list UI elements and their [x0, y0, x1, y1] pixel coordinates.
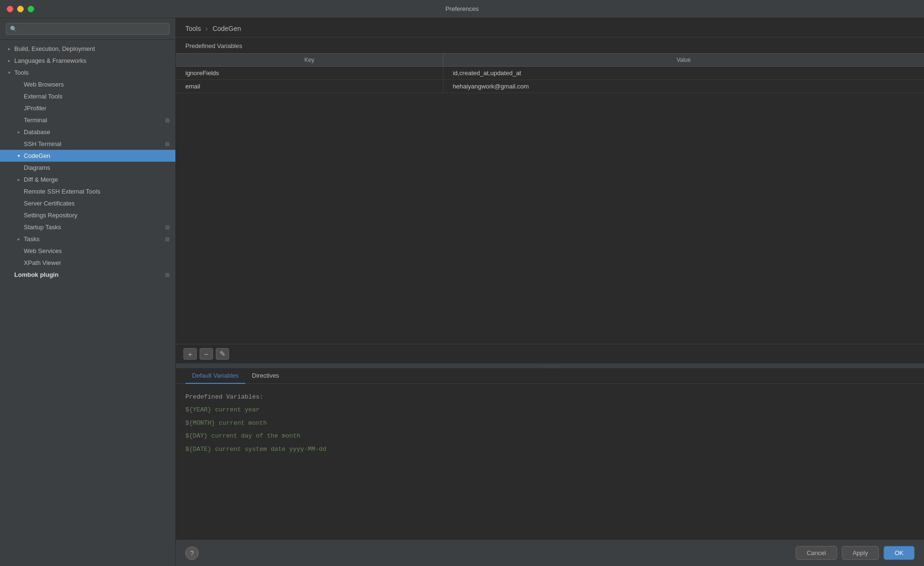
- search-wrap[interactable]: 🔍: [6, 23, 170, 35]
- sidebar-item-label: CodeGen: [24, 152, 50, 159]
- cell-key: email: [176, 80, 443, 93]
- main-layout: 🔍 Build, Execution, Deployment Languages…: [0, 18, 924, 566]
- copy-icon: ▦: [165, 272, 170, 278]
- breadcrumb-separator: ›: [206, 25, 208, 32]
- sidebar-item-tasks[interactable]: Tasks ▦: [0, 233, 175, 245]
- code-line: Predefined Variables:: [185, 391, 914, 402]
- cancel-button[interactable]: Cancel: [796, 546, 837, 560]
- sidebar-item-label: Remote SSH External Tools: [24, 188, 100, 195]
- resize-dots: · · · · ·: [539, 363, 560, 369]
- cell-value: id,created_at,updated_at: [443, 67, 924, 80]
- code-line: ${DATE} current system date yyyy-MM-dd: [185, 444, 914, 455]
- table-toolbar: + − ✎: [176, 344, 924, 363]
- chevron-icon: [15, 129, 22, 136]
- sidebar-item-jprofiler[interactable]: JProfiler: [0, 102, 175, 114]
- sidebar-item-terminal[interactable]: Terminal ▦: [0, 114, 175, 126]
- sidebar-item-label: Web Browsers: [24, 81, 64, 88]
- content-area: Tools › CodeGen Predefined Variables Key…: [176, 18, 924, 566]
- code-line: ${DAY} current day of the month: [185, 430, 914, 441]
- search-bar: 🔍: [0, 18, 175, 40]
- chevron-icon: [15, 176, 22, 183]
- copy-icon: ▦: [165, 236, 170, 242]
- sidebar-item-label: Tools: [14, 69, 29, 76]
- table-row[interactable]: emailhehaiyangwork@gmail.com: [176, 80, 924, 93]
- sidebar-item-label: Database: [24, 128, 50, 136]
- sidebar-item-startup-tasks[interactable]: Startup Tasks ▦: [0, 221, 175, 233]
- tab-directives[interactable]: Directives: [245, 368, 286, 384]
- code-line: ${MONTH} current month: [185, 418, 914, 429]
- sidebar-item-label: Settings Repository: [24, 212, 77, 219]
- sidebar-item-label: Startup Tasks: [24, 224, 61, 231]
- sidebar-item-settings-repository[interactable]: Settings Repository: [0, 209, 175, 221]
- sidebar-item-codegen[interactable]: CodeGen: [0, 150, 175, 162]
- sidebar-item-label: Web Services: [24, 247, 62, 254]
- minimize-button[interactable]: [17, 6, 24, 12]
- sidebar-item-label: Languages & Frameworks: [14, 57, 87, 64]
- search-input[interactable]: [20, 25, 165, 32]
- help-button[interactable]: ?: [185, 546, 199, 560]
- close-button[interactable]: [7, 6, 13, 12]
- sidebar-item-xpath-viewer[interactable]: XPath Viewer: [0, 257, 175, 269]
- sidebar-item-languages-frameworks[interactable]: Languages & Frameworks: [0, 55, 175, 67]
- breadcrumb: Tools › CodeGen: [176, 18, 924, 38]
- code-line: ${YEAR} current year: [185, 404, 914, 415]
- sidebar-item-label: Diagrams: [24, 164, 50, 171]
- sidebar-item-label: Diff & Merge: [24, 176, 58, 183]
- sidebar-item-build-execution-deployment[interactable]: Build, Execution, Deployment: [0, 43, 175, 55]
- chevron-icon: [15, 153, 22, 159]
- sidebar-item-label: Lombok plugin: [14, 271, 58, 278]
- code-panel: Predefined Variables:${YEAR} current yea…: [176, 384, 924, 539]
- sidebar-item-label: Server Certificates: [24, 200, 75, 207]
- tab-directives-label: Directives: [252, 372, 279, 379]
- tab-default-variables-label: Default Variables: [192, 372, 239, 379]
- title-bar: Preferences: [0, 0, 924, 18]
- sidebar-tree: Build, Execution, Deployment Languages &…: [0, 40, 175, 566]
- sidebar-item-label: JProfiler: [24, 105, 47, 112]
- sidebar-item-label: Terminal: [24, 117, 47, 124]
- apply-button[interactable]: Apply: [842, 546, 879, 560]
- chevron-icon: [6, 46, 12, 52]
- copy-icon: ▦: [165, 224, 170, 230]
- sidebar-item-diagrams[interactable]: Diagrams: [0, 162, 175, 174]
- sidebar: 🔍 Build, Execution, Deployment Languages…: [0, 18, 176, 566]
- lower-panel: Default Variables Directives Predefined …: [176, 368, 924, 539]
- sidebar-item-tools[interactable]: Tools: [0, 67, 175, 78]
- tabs-row: Default Variables Directives: [176, 368, 924, 384]
- chevron-icon: [15, 236, 22, 243]
- sidebar-item-label: Build, Execution, Deployment: [14, 45, 95, 52]
- action-buttons: Cancel Apply OK: [796, 546, 914, 560]
- sidebar-item-label: Tasks: [24, 235, 39, 243]
- sidebar-item-label: External Tools: [24, 93, 62, 100]
- table-wrap: Key Value ignoreFieldsid,created_at,upda…: [176, 53, 924, 344]
- remove-button[interactable]: −: [200, 348, 213, 360]
- add-button[interactable]: +: [183, 348, 197, 360]
- breadcrumb-current: CodeGen: [212, 25, 241, 32]
- sidebar-item-server-certificates[interactable]: Server Certificates: [0, 197, 175, 209]
- sidebar-item-diff-merge[interactable]: Diff & Merge: [0, 174, 175, 185]
- tab-default-variables[interactable]: Default Variables: [185, 368, 245, 384]
- sidebar-item-web-services[interactable]: Web Services: [0, 245, 175, 257]
- chevron-icon: [6, 58, 12, 64]
- sidebar-item-label: SSH Terminal: [24, 140, 61, 147]
- edit-button[interactable]: ✎: [216, 348, 229, 360]
- bottom-bar: ? Cancel Apply OK: [176, 539, 924, 566]
- resize-handle[interactable]: · · · · ·: [176, 363, 924, 368]
- col-value-header: Value: [443, 54, 924, 67]
- table-row[interactable]: ignoreFieldsid,created_at,updated_at: [176, 67, 924, 80]
- ok-button[interactable]: OK: [884, 546, 914, 560]
- sidebar-item-remote-ssh-external-tools[interactable]: Remote SSH External Tools: [0, 185, 175, 197]
- sidebar-item-label: XPath Viewer: [24, 259, 61, 266]
- window-title: Preferences: [445, 5, 479, 12]
- traffic-lights: [7, 6, 34, 12]
- sidebar-item-external-tools[interactable]: External Tools: [0, 90, 175, 102]
- sidebar-item-ssh-terminal[interactable]: SSH Terminal ▦: [0, 138, 175, 150]
- section-title: Predefined Variables: [176, 38, 924, 53]
- cell-key: ignoreFields: [176, 67, 443, 80]
- breadcrumb-parent: Tools: [185, 25, 201, 32]
- maximize-button[interactable]: [28, 6, 34, 12]
- sidebar-item-lombok-plugin[interactable]: Lombok plugin ▦: [0, 269, 175, 281]
- sidebar-item-web-browsers[interactable]: Web Browsers: [0, 78, 175, 90]
- variables-table: Key Value ignoreFieldsid,created_at,upda…: [176, 53, 924, 93]
- sidebar-item-database[interactable]: Database: [0, 126, 175, 138]
- copy-icon: ▦: [165, 141, 170, 147]
